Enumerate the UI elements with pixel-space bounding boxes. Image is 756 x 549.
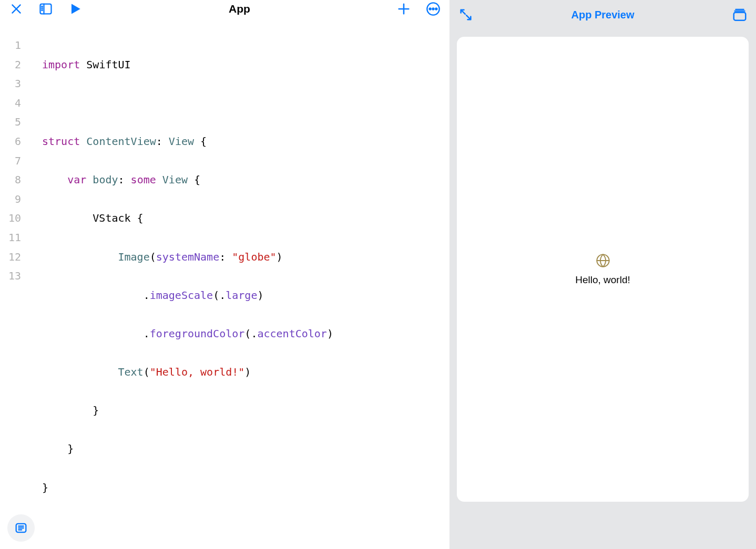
add-button[interactable] bbox=[395, 0, 413, 18]
svg-point-6 bbox=[432, 8, 434, 9]
line-number: 9 bbox=[0, 190, 21, 209]
preview-windows-button[interactable] bbox=[731, 6, 749, 24]
code-token: ( bbox=[144, 366, 150, 378]
line-number: 6 bbox=[0, 132, 21, 151]
line-number: 7 bbox=[0, 151, 21, 171]
console-button[interactable] bbox=[7, 514, 35, 542]
code-content[interactable]: import SwiftUI struct ContentView: View … bbox=[30, 36, 449, 549]
code-token: : bbox=[219, 251, 232, 263]
code-token: SwiftUI bbox=[86, 58, 130, 71]
svg-point-3 bbox=[42, 10, 42, 11]
line-number: 8 bbox=[0, 170, 21, 190]
code-token: } bbox=[93, 404, 99, 417]
preview-toolbar: App Preview bbox=[449, 0, 756, 29]
line-number: 10 bbox=[0, 209, 21, 228]
close-icon bbox=[9, 2, 23, 16]
expand-preview-button[interactable] bbox=[457, 6, 475, 24]
code-token: imageScale bbox=[150, 289, 213, 302]
expand-icon bbox=[458, 7, 473, 22]
preview-panel: App Preview Hello, world! bbox=[449, 0, 756, 549]
sidebar-toggle-button[interactable] bbox=[37, 0, 55, 18]
code-token: body bbox=[93, 173, 118, 186]
line-number: 1 bbox=[0, 36, 21, 55]
code-token: Image bbox=[118, 251, 150, 263]
code-token: var bbox=[67, 173, 86, 186]
code-token: ( bbox=[244, 327, 251, 340]
run-button[interactable] bbox=[66, 0, 84, 18]
code-token: ) bbox=[244, 366, 251, 378]
preview-hello-text: Hello, world! bbox=[575, 274, 630, 286]
code-token: "globe" bbox=[232, 251, 276, 263]
close-button[interactable] bbox=[7, 0, 25, 18]
code-token: systemName bbox=[156, 251, 219, 263]
code-token: { bbox=[194, 135, 207, 148]
code-token: View bbox=[169, 135, 194, 148]
code-token: ) bbox=[277, 251, 283, 263]
code-token: . bbox=[144, 327, 150, 340]
code-token: foregroundColor bbox=[150, 327, 245, 340]
code-token: VStack bbox=[93, 212, 130, 224]
code-token: "Hello, world!" bbox=[150, 366, 245, 378]
editor-title: App bbox=[96, 3, 383, 15]
line-number: 13 bbox=[0, 266, 21, 286]
preview-canvas-wrap: Hello, world! bbox=[449, 29, 756, 549]
line-number: 12 bbox=[0, 247, 21, 267]
code-token: Text bbox=[118, 366, 144, 378]
editor-toolbar: App bbox=[0, 0, 449, 18]
editor-panel: App 1 2 3 4 5 6 7 8 9 10 11 12 13 import… bbox=[0, 0, 449, 549]
line-number-gutter: 1 2 3 4 5 6 7 8 9 10 11 12 13 bbox=[0, 36, 30, 549]
console-icon bbox=[14, 521, 28, 535]
code-token: { bbox=[131, 212, 144, 224]
code-token: } bbox=[42, 481, 48, 494]
windows-icon bbox=[732, 7, 748, 23]
line-number: 3 bbox=[0, 74, 21, 94]
code-token: accentColor bbox=[257, 327, 326, 340]
code-token: ( bbox=[213, 289, 219, 302]
line-number: 5 bbox=[0, 112, 21, 132]
play-icon bbox=[68, 2, 82, 16]
code-token: ) bbox=[327, 327, 333, 340]
line-number: 4 bbox=[0, 94, 21, 113]
code-token: ( bbox=[150, 251, 156, 263]
code-token: struct bbox=[42, 135, 80, 148]
code-token: } bbox=[67, 442, 74, 455]
sidebar-icon bbox=[38, 2, 53, 16]
line-number: 11 bbox=[0, 228, 21, 247]
svg-point-2 bbox=[42, 8, 42, 8]
code-token: . bbox=[251, 327, 257, 340]
line-number: 2 bbox=[0, 55, 21, 75]
code-token: : bbox=[118, 173, 125, 186]
globe-icon bbox=[596, 253, 610, 270]
code-token: import bbox=[42, 58, 80, 71]
code-token: ) bbox=[257, 289, 263, 302]
svg-point-5 bbox=[430, 8, 431, 9]
code-token: . bbox=[144, 289, 150, 302]
svg-point-7 bbox=[435, 8, 437, 9]
code-token: large bbox=[226, 289, 257, 302]
code-area[interactable]: 1 2 3 4 5 6 7 8 9 10 11 12 13 import Swi… bbox=[0, 18, 449, 549]
code-token: : bbox=[156, 135, 162, 148]
preview-title: App Preview bbox=[488, 9, 717, 21]
plus-icon bbox=[396, 2, 411, 16]
preview-canvas[interactable]: Hello, world! bbox=[457, 37, 749, 502]
code-token: View bbox=[162, 173, 188, 186]
more-button[interactable] bbox=[424, 0, 442, 18]
svg-rect-9 bbox=[734, 13, 746, 20]
more-icon bbox=[426, 2, 441, 16]
code-token: . bbox=[219, 289, 226, 302]
code-token: ContentView bbox=[86, 135, 156, 148]
code-token: some bbox=[131, 173, 156, 186]
code-token: { bbox=[188, 173, 200, 186]
svg-point-1 bbox=[42, 6, 42, 7]
